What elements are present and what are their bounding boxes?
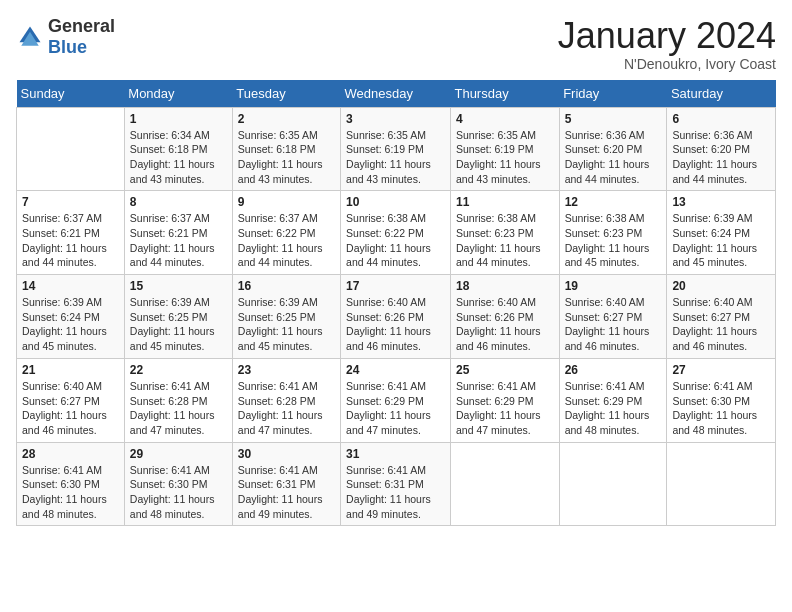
title-area: January 2024 N'Denoukro, Ivory Coast [558, 16, 776, 72]
day-number: 9 [238, 195, 335, 209]
day-info: Sunrise: 6:40 AMSunset: 6:26 PMDaylight:… [346, 295, 445, 354]
day-number: 21 [22, 363, 119, 377]
calendar-cell [559, 442, 667, 526]
calendar-week-row: 14Sunrise: 6:39 AMSunset: 6:24 PMDayligh… [17, 275, 776, 359]
day-number: 7 [22, 195, 119, 209]
weekday-header-saturday: Saturday [667, 80, 776, 108]
day-number: 1 [130, 112, 227, 126]
weekday-header-wednesday: Wednesday [341, 80, 451, 108]
day-number: 28 [22, 447, 119, 461]
calendar-cell: 20Sunrise: 6:40 AMSunset: 6:27 PMDayligh… [667, 275, 776, 359]
calendar-cell: 29Sunrise: 6:41 AMSunset: 6:30 PMDayligh… [124, 442, 232, 526]
day-number: 16 [238, 279, 335, 293]
page-header: General Blue January 2024 N'Denoukro, Iv… [16, 16, 776, 72]
day-number: 30 [238, 447, 335, 461]
calendar-cell: 12Sunrise: 6:38 AMSunset: 6:23 PMDayligh… [559, 191, 667, 275]
calendar-cell [667, 442, 776, 526]
calendar-table: SundayMondayTuesdayWednesdayThursdayFrid… [16, 80, 776, 527]
calendar-cell [450, 442, 559, 526]
calendar-cell [17, 107, 125, 191]
day-info: Sunrise: 6:37 AMSunset: 6:21 PMDaylight:… [130, 211, 227, 270]
calendar-cell: 16Sunrise: 6:39 AMSunset: 6:25 PMDayligh… [232, 275, 340, 359]
logo-general-text: General [48, 16, 115, 36]
day-info: Sunrise: 6:38 AMSunset: 6:23 PMDaylight:… [565, 211, 662, 270]
calendar-cell: 26Sunrise: 6:41 AMSunset: 6:29 PMDayligh… [559, 358, 667, 442]
calendar-cell: 27Sunrise: 6:41 AMSunset: 6:30 PMDayligh… [667, 358, 776, 442]
calendar-cell: 14Sunrise: 6:39 AMSunset: 6:24 PMDayligh… [17, 275, 125, 359]
day-info: Sunrise: 6:36 AMSunset: 6:20 PMDaylight:… [672, 128, 770, 187]
weekday-header-friday: Friday [559, 80, 667, 108]
day-number: 3 [346, 112, 445, 126]
day-number: 12 [565, 195, 662, 209]
day-number: 24 [346, 363, 445, 377]
day-number: 23 [238, 363, 335, 377]
calendar-cell: 15Sunrise: 6:39 AMSunset: 6:25 PMDayligh… [124, 275, 232, 359]
day-info: Sunrise: 6:39 AMSunset: 6:24 PMDaylight:… [672, 211, 770, 270]
calendar-cell: 3Sunrise: 6:35 AMSunset: 6:19 PMDaylight… [341, 107, 451, 191]
calendar-cell: 9Sunrise: 6:37 AMSunset: 6:22 PMDaylight… [232, 191, 340, 275]
day-number: 20 [672, 279, 770, 293]
calendar-cell: 19Sunrise: 6:40 AMSunset: 6:27 PMDayligh… [559, 275, 667, 359]
calendar-cell: 4Sunrise: 6:35 AMSunset: 6:19 PMDaylight… [450, 107, 559, 191]
day-number: 11 [456, 195, 554, 209]
location-title: N'Denoukro, Ivory Coast [558, 56, 776, 72]
day-info: Sunrise: 6:37 AMSunset: 6:21 PMDaylight:… [22, 211, 119, 270]
day-info: Sunrise: 6:41 AMSunset: 6:30 PMDaylight:… [22, 463, 119, 522]
day-number: 26 [565, 363, 662, 377]
day-info: Sunrise: 6:38 AMSunset: 6:23 PMDaylight:… [456, 211, 554, 270]
calendar-cell: 31Sunrise: 6:41 AMSunset: 6:31 PMDayligh… [341, 442, 451, 526]
day-info: Sunrise: 6:40 AMSunset: 6:27 PMDaylight:… [22, 379, 119, 438]
day-number: 5 [565, 112, 662, 126]
logo-blue-text: Blue [48, 37, 87, 57]
calendar-cell: 22Sunrise: 6:41 AMSunset: 6:28 PMDayligh… [124, 358, 232, 442]
day-number: 18 [456, 279, 554, 293]
day-info: Sunrise: 6:34 AMSunset: 6:18 PMDaylight:… [130, 128, 227, 187]
month-title: January 2024 [558, 16, 776, 56]
calendar-cell: 6Sunrise: 6:36 AMSunset: 6:20 PMDaylight… [667, 107, 776, 191]
day-number: 29 [130, 447, 227, 461]
day-number: 25 [456, 363, 554, 377]
calendar-cell: 13Sunrise: 6:39 AMSunset: 6:24 PMDayligh… [667, 191, 776, 275]
day-number: 31 [346, 447, 445, 461]
calendar-cell: 10Sunrise: 6:38 AMSunset: 6:22 PMDayligh… [341, 191, 451, 275]
calendar-cell: 17Sunrise: 6:40 AMSunset: 6:26 PMDayligh… [341, 275, 451, 359]
calendar-cell: 24Sunrise: 6:41 AMSunset: 6:29 PMDayligh… [341, 358, 451, 442]
logo-icon [16, 23, 44, 51]
calendar-week-row: 28Sunrise: 6:41 AMSunset: 6:30 PMDayligh… [17, 442, 776, 526]
calendar-cell: 18Sunrise: 6:40 AMSunset: 6:26 PMDayligh… [450, 275, 559, 359]
day-number: 14 [22, 279, 119, 293]
calendar-cell: 25Sunrise: 6:41 AMSunset: 6:29 PMDayligh… [450, 358, 559, 442]
calendar-cell: 30Sunrise: 6:41 AMSunset: 6:31 PMDayligh… [232, 442, 340, 526]
logo: General Blue [16, 16, 115, 58]
day-info: Sunrise: 6:41 AMSunset: 6:28 PMDaylight:… [238, 379, 335, 438]
calendar-cell: 5Sunrise: 6:36 AMSunset: 6:20 PMDaylight… [559, 107, 667, 191]
day-info: Sunrise: 6:38 AMSunset: 6:22 PMDaylight:… [346, 211, 445, 270]
day-info: Sunrise: 6:39 AMSunset: 6:24 PMDaylight:… [22, 295, 119, 354]
day-number: 13 [672, 195, 770, 209]
day-info: Sunrise: 6:36 AMSunset: 6:20 PMDaylight:… [565, 128, 662, 187]
day-info: Sunrise: 6:41 AMSunset: 6:31 PMDaylight:… [238, 463, 335, 522]
calendar-week-row: 1Sunrise: 6:34 AMSunset: 6:18 PMDaylight… [17, 107, 776, 191]
calendar-week-row: 21Sunrise: 6:40 AMSunset: 6:27 PMDayligh… [17, 358, 776, 442]
day-number: 17 [346, 279, 445, 293]
weekday-header-monday: Monday [124, 80, 232, 108]
day-info: Sunrise: 6:39 AMSunset: 6:25 PMDaylight:… [238, 295, 335, 354]
day-number: 22 [130, 363, 227, 377]
day-info: Sunrise: 6:40 AMSunset: 6:26 PMDaylight:… [456, 295, 554, 354]
day-info: Sunrise: 6:35 AMSunset: 6:19 PMDaylight:… [456, 128, 554, 187]
calendar-cell: 11Sunrise: 6:38 AMSunset: 6:23 PMDayligh… [450, 191, 559, 275]
day-info: Sunrise: 6:37 AMSunset: 6:22 PMDaylight:… [238, 211, 335, 270]
day-number: 2 [238, 112, 335, 126]
weekday-header-tuesday: Tuesday [232, 80, 340, 108]
day-info: Sunrise: 6:40 AMSunset: 6:27 PMDaylight:… [672, 295, 770, 354]
calendar-week-row: 7Sunrise: 6:37 AMSunset: 6:21 PMDaylight… [17, 191, 776, 275]
calendar-cell: 21Sunrise: 6:40 AMSunset: 6:27 PMDayligh… [17, 358, 125, 442]
weekday-header-sunday: Sunday [17, 80, 125, 108]
calendar-cell: 23Sunrise: 6:41 AMSunset: 6:28 PMDayligh… [232, 358, 340, 442]
day-number: 10 [346, 195, 445, 209]
calendar-cell: 2Sunrise: 6:35 AMSunset: 6:18 PMDaylight… [232, 107, 340, 191]
day-info: Sunrise: 6:41 AMSunset: 6:28 PMDaylight:… [130, 379, 227, 438]
calendar-cell: 28Sunrise: 6:41 AMSunset: 6:30 PMDayligh… [17, 442, 125, 526]
day-number: 8 [130, 195, 227, 209]
day-number: 6 [672, 112, 770, 126]
